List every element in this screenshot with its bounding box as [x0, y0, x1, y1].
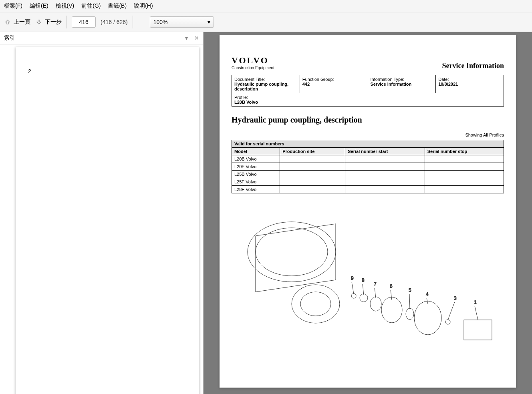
pump-coupling-diagram: 9 8 7 6 5 4 3 1 — [232, 200, 504, 344]
tree-page: 2 — [16, 47, 199, 394]
next-button[interactable]: 下一步 — [35, 18, 62, 26]
page-count: (416 / 626) — [101, 19, 128, 25]
menu-file[interactable]: 檔案(F) — [4, 2, 22, 10]
svg-point-10 — [381, 297, 402, 323]
svg-line-22 — [375, 288, 376, 298]
svg-rect-18 — [464, 320, 492, 340]
svg-point-4 — [351, 293, 356, 298]
svg-point-2 — [292, 285, 340, 323]
tree-item[interactable]: 0 - Foreword2 — [0, 46, 203, 394]
svg-text:9: 9 — [351, 275, 354, 281]
volvo-logo: VOLVO — [232, 55, 274, 66]
svg-point-1 — [256, 228, 328, 276]
valid-header: Valid for serial numbers — [232, 140, 504, 148]
separator — [133, 16, 133, 28]
svg-point-16 — [445, 320, 450, 324]
service-info-heading: Service Information — [442, 62, 504, 70]
function-group-value: 442 — [302, 82, 310, 86]
svg-line-26 — [448, 302, 455, 320]
svg-line-20 — [352, 282, 354, 294]
svg-point-12 — [406, 308, 414, 320]
info-type-value: Service Information — [371, 82, 412, 86]
menu-view[interactable]: 檢視(V) — [56, 2, 75, 10]
profile-label: Profile: — [234, 95, 248, 100]
svg-line-27 — [475, 306, 478, 320]
table-row: L25B Volvo — [232, 171, 504, 178]
date-value: 10/8/2021 — [438, 82, 458, 86]
volvo-subtitle: Construction Equipment — [232, 66, 274, 70]
profile-value: L20B Volvo — [234, 100, 258, 105]
index-sidebar: 索引 ▾ ✕ 0 - Foreword2▸0 - GENERAL3▸1 - ST… — [0, 32, 204, 394]
svg-point-0 — [248, 222, 336, 282]
col-snstart: Serial number start — [345, 148, 425, 155]
doc-title-value: Hydraulic pump coupling, description — [234, 82, 288, 91]
prev-label: 上一頁 — [14, 18, 30, 26]
function-group-label: Function Group: — [302, 77, 334, 82]
menu-go[interactable]: 前往(G) — [81, 2, 101, 10]
svg-point-8 — [370, 297, 381, 311]
menu-edit[interactable]: 編輯(E) — [30, 2, 48, 10]
chevron-down-icon: ▾ — [208, 19, 210, 25]
svg-point-14 — [414, 301, 441, 335]
arrow-up-icon — [4, 18, 11, 26]
svg-text:5: 5 — [409, 287, 411, 293]
date-label: Date: — [438, 77, 449, 82]
svg-line-25 — [427, 298, 428, 304]
col-model: Model — [232, 148, 280, 155]
showing-profiles: Showing All Profiles — [232, 133, 504, 137]
close-icon[interactable]: ✕ — [194, 35, 199, 41]
menu-help[interactable]: 說明(H) — [134, 2, 153, 10]
table-row: L25F Volvo — [232, 178, 504, 186]
document-viewer[interactable]: VOLVO Construction Equipment Service Inf… — [204, 32, 532, 394]
svg-line-23 — [391, 290, 392, 300]
document-heading: Hydraulic pump coupling, description — [232, 115, 504, 125]
svg-text:1: 1 — [474, 300, 477, 305]
prev-button[interactable]: 上一頁 — [4, 18, 30, 26]
col-snstop: Serial number stop — [425, 148, 504, 155]
next-label: 下一步 — [45, 18, 62, 26]
separator — [66, 16, 67, 28]
table-row: L28F Volvo — [232, 186, 504, 193]
doc-title-label: Document Title: — [234, 77, 265, 82]
menu-bookmarks[interactable]: 書籤(B) — [108, 2, 127, 10]
document-page: VOLVO Construction Equipment Service Inf… — [220, 35, 516, 388]
zoom-select[interactable]: 100% ▾ — [150, 16, 214, 28]
dropdown-icon[interactable]: ▾ — [185, 35, 188, 41]
svg-text:4: 4 — [426, 291, 429, 297]
table-row: L20B Volvo — [232, 155, 504, 163]
svg-text:7: 7 — [374, 281, 377, 287]
serial-table: Valid for serial numbers Model Productio… — [232, 140, 504, 193]
index-tree: 0 - Foreword2▸0 - GENERAL3▸1 - STANDARD … — [0, 44, 203, 394]
svg-line-21 — [363, 284, 364, 295]
info-type-label: Information Type: — [371, 77, 405, 82]
col-psite: Production site — [280, 148, 345, 155]
svg-text:6: 6 — [390, 283, 393, 289]
info-table: Document Title:Hydraulic pump coupling, … — [232, 75, 504, 107]
zoom-value: 100% — [153, 19, 168, 25]
svg-text:3: 3 — [454, 296, 457, 301]
sidebar-title: 索引 — [4, 34, 15, 42]
page-input[interactable] — [72, 16, 96, 28]
svg-point-3 — [300, 292, 331, 316]
svg-line-24 — [409, 294, 410, 309]
table-row: L20F Volvo — [232, 163, 504, 171]
toolbar: 上一頁 下一步 (416 / 626) 100% ▾ — [0, 12, 532, 32]
svg-text:8: 8 — [362, 277, 365, 283]
menubar: 檔案(F) 編輯(E) 檢視(V) 前往(G) 書籤(B) 說明(H) — [0, 0, 532, 12]
arrow-down-icon — [35, 18, 42, 26]
